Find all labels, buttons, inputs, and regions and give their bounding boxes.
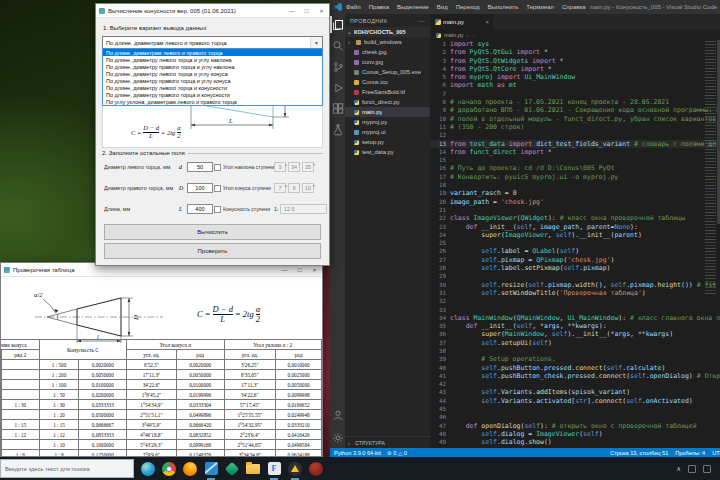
maximize-button[interactable]: □	[299, 4, 314, 17]
code-line[interactable]: 48 self.dialog = ImageViewer(self)	[430, 430, 720, 438]
code-line[interactable]: 6import math as mt	[430, 81, 720, 89]
code-line[interactable]: 45	[430, 405, 720, 413]
taskbar-f-app-icon[interactable]: F	[267, 462, 281, 476]
run-debug-icon[interactable]	[330, 77, 345, 98]
encoding-status[interactable]: UTF-8	[712, 450, 720, 456]
code-line[interactable]: 47 def openDialog(self): # открыть окно …	[430, 422, 720, 430]
code-line[interactable]: 49 self.dialog.show()	[430, 438, 720, 446]
code-line[interactable]: 22class ImageViewer(QWidget): # класс ок…	[430, 214, 720, 222]
code-line[interactable]: 7	[430, 90, 720, 98]
dropdown-option[interactable]: По длине, диаметру левого торца и углу к…	[103, 70, 322, 77]
outline-section[interactable]: › СТРУКТУРА	[345, 436, 430, 448]
code-line[interactable]: 14from funct_direct import *	[430, 148, 720, 156]
system-tray[interactable]: ∧	[676, 465, 720, 473]
code-line[interactable]: 42	[430, 380, 720, 388]
code-line[interactable]: 21	[430, 206, 720, 214]
sidebar-item-test_data.py[interactable]: test_data.py	[345, 147, 430, 157]
dropdown-option[interactable]: По длине, диаметрам левого и правого тор…	[103, 49, 322, 56]
code-line[interactable]: 2from PyQt5.QtGui import *	[430, 48, 720, 56]
checkbox[interactable]	[214, 164, 221, 171]
dropdown-option[interactable]: По длине, диаметру правого торца и конус…	[103, 91, 322, 98]
menu-выполнить[interactable]: Выполнить	[484, 4, 523, 10]
chevron-down-icon[interactable]: ▼	[310, 37, 322, 48]
sidebar-item-Conus_Setup_005.exe[interactable]: Conus_Setup_005.exe	[345, 67, 430, 77]
code-line[interactable]: 30 self.resize(self.pixmap.width(), self…	[430, 281, 720, 289]
code-line[interactable]: 35 def __init__(self, *args, **kwargs):	[430, 322, 720, 330]
minimap[interactable]	[705, 41, 716, 294]
sidebar-item-conv.jpg[interactable]: conv.jpg	[345, 57, 430, 67]
field-input[interactable]: 100	[187, 183, 213, 193]
indentation-status[interactable]: Пробелы: 4	[675, 450, 705, 456]
code-line[interactable]: 46	[430, 413, 720, 421]
problems-status[interactable]: ⊘ 0 △ 0	[387, 450, 407, 456]
menu-правка[interactable]: Правка	[365, 4, 393, 10]
menu-терминал[interactable]: Терминал	[522, 4, 558, 10]
sidebar-item-FreeSansBold.ttf[interactable]: FreeSansBold.ttf	[345, 87, 430, 97]
code-line[interactable]: 36 super(MainWindow, self).__init__(*arg…	[430, 330, 720, 338]
search-icon[interactable]	[330, 35, 345, 56]
code-line[interactable]: 3from PyQt5.QtWidgets import *	[430, 57, 720, 65]
menu-справка[interactable]: Справка	[558, 4, 590, 10]
code-line[interactable]: 41 self.pushButton_chesk.pressed.connect…	[430, 372, 720, 380]
field-input[interactable]: 50	[187, 162, 213, 172]
sidebar-item-myproj.ui[interactable]: myproj.ui	[345, 127, 430, 137]
source-control-icon[interactable]	[330, 56, 345, 77]
close-tab-icon[interactable]: ×	[485, 19, 489, 25]
account-icon[interactable]	[330, 404, 345, 425]
code-line[interactable]: 19variant_rasch = 0	[430, 189, 720, 197]
check-button[interactable]: Проверить	[104, 243, 321, 259]
dropdown-option[interactable]: По длине, диаметру правого торца и углу …	[103, 63, 322, 70]
code-line[interactable]: 33	[430, 306, 720, 314]
code-line[interactable]: 43 self.Variants.addItems(spisok_variant…	[430, 388, 720, 396]
code-line[interactable]: 25	[430, 239, 720, 247]
more-actions-icon[interactable]: ⋯	[419, 17, 426, 24]
code-line[interactable]: 20image_path = 'chesk.jpg'	[430, 198, 720, 206]
menu-файл[interactable]: Файл	[342, 4, 365, 10]
code-line[interactable]: 4from PyQt5.QtCore import *	[430, 65, 720, 73]
code-line[interactable]: 8# начало проекта - 17.05.2021 конец про…	[430, 98, 720, 106]
tab-main-py[interactable]: main.py ×	[430, 14, 493, 30]
code-line[interactable]: 31 self.setWindowTitle('Проверочная табл…	[430, 289, 720, 297]
code-line[interactable]: 13from test_data import dict_test_fields…	[430, 140, 720, 148]
minimize-button[interactable]: —	[284, 4, 299, 17]
code-line[interactable]: 29	[430, 272, 720, 280]
menu-вид[interactable]: Вид	[433, 4, 452, 10]
taskbar-diamond-app-icon[interactable]	[225, 462, 239, 476]
taskbar-vscode-icon[interactable]	[204, 462, 218, 476]
sidebar-item-setup.py[interactable]: setup.py	[345, 137, 430, 147]
tray-chevron-icon[interactable]: ∧	[676, 465, 681, 473]
code-line[interactable]: 27 self.pixmap = QPixmap('chesk.jpg')	[430, 256, 720, 264]
code-line[interactable]: 38	[430, 347, 720, 355]
dropdown-option[interactable]: По длине, диаметру правого торца и углу …	[103, 77, 322, 84]
code-editor[interactable]: 1import sys2from PyQt5.QtGui import *3fr…	[430, 40, 720, 448]
code-line[interactable]: 32	[430, 297, 720, 305]
code-line[interactable]: 17# Конвертить: pyuic5 myproj.ui -o mypr…	[430, 173, 720, 181]
tray-app-icon[interactable]	[703, 465, 711, 473]
extensions-icon[interactable]	[330, 98, 345, 119]
code-line[interactable]: 23 def __init__(self, image_path, parent…	[430, 223, 720, 231]
checkbox[interactable]	[214, 206, 221, 213]
workspace-folder-header[interactable]: ⌄ КОНУСНОСТЬ_005	[345, 27, 430, 37]
menu-переход[interactable]: Переход	[452, 4, 484, 10]
vscode-titlebar[interactable]: ФайлПравкаВыделениеВидПереходВыполнитьТе…	[330, 0, 720, 14]
code-line[interactable]: 39 # Setup operations.	[430, 355, 720, 363]
code-line[interactable]: 44 self.Variants.activated[str].connect(…	[430, 397, 720, 405]
code-line[interactable]: 37 self.setupUi(self)	[430, 339, 720, 347]
dialog-titlebar[interactable]: Вычисление конусности вер. 005 (01.06.20…	[96, 4, 329, 18]
sidebar-item-build_windows[interactable]: ›build_windows	[345, 37, 430, 47]
sidebar-item-chesk.jpg[interactable]: chesk.jpg	[345, 47, 430, 57]
checkbox[interactable]	[214, 185, 221, 192]
code-line[interactable]: 26 self.label = QLabel(self)	[430, 247, 720, 255]
sidebar-item-main.py[interactable]: main.py	[345, 107, 430, 117]
code-line[interactable]: 11# (350 - 200 строк)	[430, 123, 720, 131]
calculate-button[interactable]: Вычислить	[104, 224, 321, 240]
status-bar[interactable]: Python 3.9.0 64-bit ⊘ 0 △ 0 Строка 13, с…	[330, 448, 720, 457]
taskbar-edge-icon[interactable]	[141, 462, 155, 476]
code-line[interactable]: 34class MainWindow(QMainWindow, Ui_MainW…	[430, 314, 720, 322]
code-line[interactable]: 40 self.pushButton.pressed.connect(self.…	[430, 364, 720, 372]
code-line[interactable]: 5from myproj import Ui_MainWindow	[430, 73, 720, 81]
python-version-status[interactable]: Python 3.9.0 64-bit	[334, 450, 381, 456]
taskbar-red-app-icon[interactable]	[309, 462, 323, 476]
conicity-field[interactable]: 12.5	[280, 204, 327, 214]
taskbar-search-input[interactable]: Введите здесь текст для поиска	[0, 459, 134, 478]
